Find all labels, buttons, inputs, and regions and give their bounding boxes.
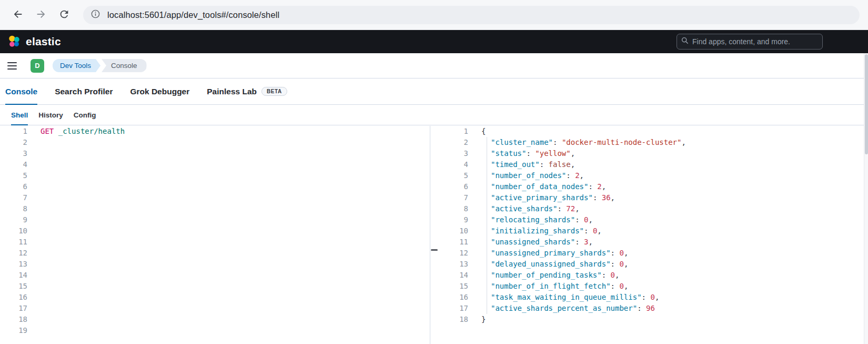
code-line-content: "number_of_nodes": 2, bbox=[468, 170, 868, 181]
editor-line: 2 bbox=[0, 137, 430, 148]
code-line-content: GET _cluster/health bbox=[27, 126, 430, 137]
line-number: 16 bbox=[438, 292, 468, 303]
editor-line: 12"unassigned_primary_shards": 0, bbox=[438, 248, 868, 259]
code-line-content: "number_of_data_nodes": 2, bbox=[468, 181, 868, 192]
arrow-right-icon bbox=[35, 8, 47, 22]
breadcrumb-dev-tools[interactable]: Dev Tools bbox=[53, 59, 100, 72]
line-number: 7 bbox=[0, 192, 27, 203]
line-number: 17 bbox=[0, 303, 27, 314]
global-search-input[interactable] bbox=[692, 37, 818, 46]
browser-reload-button[interactable] bbox=[55, 5, 74, 24]
editor-line: 19 bbox=[0, 325, 430, 336]
menu-button[interactable] bbox=[7, 58, 22, 73]
line-number: 14 bbox=[0, 270, 27, 281]
browser-back-button[interactable] bbox=[8, 5, 27, 24]
line-number: 5 bbox=[438, 170, 468, 181]
global-search[interactable] bbox=[677, 34, 823, 50]
editor-line: 3 bbox=[0, 148, 430, 159]
editor-line: 6 bbox=[0, 181, 430, 192]
code-line-content bbox=[27, 303, 430, 314]
code-line-content: "timed_out": false, bbox=[468, 159, 868, 170]
code-line-content bbox=[27, 192, 430, 203]
code-line-content: "unassigned_primary_shards": 0, bbox=[468, 248, 868, 259]
code-line-content: "active_primary_shards": 36, bbox=[468, 192, 868, 203]
editor-line: 5 bbox=[0, 170, 430, 181]
line-number: 18 bbox=[438, 314, 468, 325]
code-line-content: { bbox=[468, 126, 868, 137]
scrollbar-thumb[interactable] bbox=[865, 54, 868, 154]
kibana-header: elastic bbox=[0, 30, 868, 53]
line-number: 12 bbox=[438, 248, 468, 259]
page-scrollbar[interactable] bbox=[864, 53, 868, 344]
console-subtab-bar: Shell History Config bbox=[0, 105, 868, 125]
tab-search-profiler[interactable]: Search Profiler bbox=[55, 78, 113, 104]
subtab-shell-label: Shell bbox=[11, 111, 28, 119]
editor-line: 18} bbox=[438, 314, 868, 325]
subtab-history[interactable]: History bbox=[38, 105, 63, 125]
code-line-content bbox=[27, 137, 430, 148]
url-bar[interactable]: localhost:5601/app/dev_tools#/console/sh… bbox=[83, 6, 860, 24]
beta-badge: BETA bbox=[261, 87, 287, 96]
code-line-content: "task_max_waiting_in_queue_millis": 0, bbox=[468, 292, 868, 303]
resize-handle-icon[interactable] bbox=[431, 249, 438, 251]
elastic-logo bbox=[7, 35, 21, 48]
response-viewer-pane[interactable]: 1{2"cluster_name": "docker-multi-node-cl… bbox=[438, 126, 868, 344]
tab-console-label: Console bbox=[5, 87, 37, 96]
subtab-shell[interactable]: Shell bbox=[11, 105, 28, 125]
code-line-content bbox=[27, 237, 430, 248]
line-number: 12 bbox=[0, 248, 27, 259]
space-avatar[interactable]: D bbox=[31, 59, 44, 73]
hamburger-icon bbox=[7, 62, 22, 70]
line-number: 5 bbox=[0, 170, 27, 181]
code-line-content: "active_shards": 72, bbox=[468, 203, 868, 214]
url-text[interactable]: localhost:5601/app/dev_tools#/console/sh… bbox=[107, 10, 279, 20]
refresh-icon bbox=[58, 8, 70, 22]
arrow-left-icon bbox=[12, 8, 24, 22]
code-line-content bbox=[27, 248, 430, 259]
info-circle-icon[interactable] bbox=[90, 9, 107, 21]
browser-forward-button[interactable] bbox=[32, 5, 51, 24]
code-line-content bbox=[27, 159, 430, 170]
subtab-config[interactable]: Config bbox=[74, 105, 96, 125]
brand-name: elastic bbox=[26, 35, 61, 48]
code-line-content bbox=[27, 314, 430, 325]
line-number: 10 bbox=[0, 225, 27, 237]
breadcrumb-bar: D Dev Tools Console bbox=[0, 53, 868, 78]
tab-console[interactable]: Console bbox=[5, 78, 37, 104]
line-number: 6 bbox=[438, 181, 468, 192]
line-number: 3 bbox=[438, 148, 468, 159]
line-number: 1 bbox=[438, 126, 468, 137]
line-number: 2 bbox=[438, 137, 468, 148]
magnifier-icon bbox=[681, 37, 692, 46]
line-number: 11 bbox=[0, 237, 27, 248]
line-number: 14 bbox=[438, 270, 468, 281]
editor-line: 10"initializing_shards": 0, bbox=[438, 225, 868, 237]
pane-resize-divider[interactable] bbox=[430, 126, 438, 344]
breadcrumb-console[interactable]: Console bbox=[102, 59, 147, 72]
line-number: 11 bbox=[438, 237, 468, 248]
code-line-content: } bbox=[468, 314, 868, 325]
tab-painless-lab[interactable]: Painless Lab BETA bbox=[207, 78, 287, 104]
code-line-content: "relocating_shards": 0, bbox=[468, 214, 868, 225]
code-line-content: "number_of_in_flight_fetch": 0, bbox=[468, 281, 868, 292]
line-number: 3 bbox=[0, 148, 27, 159]
code-line-content bbox=[27, 325, 430, 336]
editor-line: 15 bbox=[0, 281, 430, 292]
dev-tools-tab-bar: Console Search Profiler Grok Debugger Pa… bbox=[0, 78, 868, 105]
editor-line: 14"number_of_pending_tasks": 0, bbox=[438, 270, 868, 281]
tab-grok-debugger[interactable]: Grok Debugger bbox=[130, 78, 189, 104]
code-line-content bbox=[27, 214, 430, 225]
request-editor-pane[interactable]: 1GET _cluster/health23456789101112131415… bbox=[0, 126, 430, 344]
tab-painless-lab-label: Painless Lab bbox=[207, 87, 257, 96]
indent-guide bbox=[487, 137, 487, 314]
line-number: 2 bbox=[0, 137, 27, 148]
subtab-history-label: History bbox=[38, 111, 63, 119]
console-editor: 1GET _cluster/health23456789101112131415… bbox=[0, 126, 868, 344]
line-number: 9 bbox=[0, 214, 27, 225]
editor-line: 1GET _cluster/health bbox=[0, 126, 430, 137]
editor-line: 5"number_of_nodes": 2, bbox=[438, 170, 868, 181]
editor-line: 14 bbox=[0, 270, 430, 281]
editor-line: 7"active_primary_shards": 36, bbox=[438, 192, 868, 203]
code-line-content bbox=[27, 170, 430, 181]
subtab-config-label: Config bbox=[74, 111, 96, 119]
